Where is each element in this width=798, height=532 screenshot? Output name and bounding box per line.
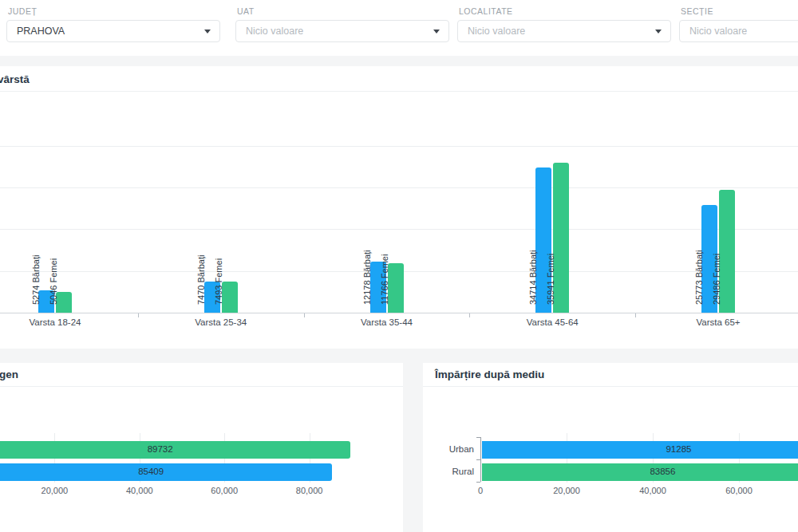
uat-placeholder: Nicio valoare	[246, 21, 303, 41]
dashboard: JUDEȚ PRAHOVA UAT Nicio valoare LOCALITA…	[0, 0, 798, 532]
chevron-down-icon	[204, 30, 211, 33]
sectie-placeholder: Nicio valoare	[689, 21, 747, 41]
localitate-placeholder: Nicio valoare	[468, 21, 525, 41]
bar-value-label: 5274 Bărbați	[31, 233, 41, 305]
age-chart-title: vârstă	[0, 73, 30, 85]
filter-sectie-label: SECȚIE	[679, 6, 798, 16]
x-axis-category-label: Varsta 35-44	[327, 317, 447, 327]
x-axis-line	[0, 313, 798, 313]
judet-select[interactable]: PRAHOVA	[6, 20, 220, 42]
bar-value-label: 12178 Bărbați	[362, 233, 373, 305]
bar-value-label: 34714 Bărbați	[528, 233, 539, 305]
uat-select[interactable]: Nicio valoare	[235, 20, 449, 42]
y-axis-tick	[476, 437, 480, 438]
bar-value-label: 83856	[630, 467, 694, 476]
bar-value-label: 7493 Femei	[214, 233, 224, 305]
filter-bar: JUDEȚ PRAHOVA UAT Nicio valoare LOCALITA…	[0, 0, 798, 56]
judet-selected-value: PRAHOVA	[17, 21, 65, 41]
bar-urban	[482, 441, 798, 459]
x-axis-tick-label: 20,000	[535, 486, 598, 495]
bar-value-label: 11766 Femei	[380, 233, 390, 305]
mediu-chart-card: Împărțire după mediu 020,00040,00060,000…	[423, 363, 798, 532]
x-axis-category-label: Varsta 65+	[658, 317, 778, 327]
bar-value-label: 89732	[128, 444, 192, 454]
filter-localitate: LOCALITATE Nicio valoare	[457, 6, 671, 42]
x-axis-tick	[469, 313, 470, 317]
x-axis-tick-label: 40,000	[621, 486, 685, 495]
y-axis-line	[480, 437, 481, 482]
filter-sectie: SECȚIE Nicio valoare	[679, 6, 798, 42]
gender-chart-card: gen 20,00040,00060,00080,0008973285409	[0, 363, 403, 532]
x-axis-tick-label: 20,000	[22, 486, 86, 495]
chevron-down-icon	[433, 30, 440, 33]
gridline	[0, 146, 798, 147]
y-axis-category-label: Rural	[428, 467, 474, 476]
gridline	[0, 229, 798, 230]
y-axis-tick	[476, 459, 480, 460]
x-axis-tick	[138, 313, 139, 317]
y-axis-category-label: Urban	[428, 444, 474, 454]
gridline	[0, 187, 798, 188]
age-chart-card: vârstă Varsta 18-245274 Bărbați5046 Feme…	[0, 66, 798, 349]
filter-uat-label: UAT	[235, 6, 449, 16]
x-axis-tick-label: 60,000	[192, 486, 256, 495]
bar-value-label: 5046 Femei	[49, 233, 59, 305]
card-header-divider	[0, 386, 403, 387]
card-header-divider	[0, 91, 798, 92]
x-axis-tick-label: 80,000	[278, 486, 342, 495]
x-axis-category-label: Varsta 45-64	[492, 317, 612, 327]
chevron-down-icon	[655, 30, 662, 33]
filter-judet-label: JUDEȚ	[6, 6, 220, 16]
x-axis-category-label: Varsta 18-24	[0, 317, 115, 327]
bar-value-label: 85409	[119, 467, 183, 476]
gender-chart-title: gen	[0, 368, 18, 380]
x-axis-tick-label: 0	[448, 486, 512, 495]
x-axis-tick	[304, 313, 305, 317]
x-axis-tick-label: 60,000	[707, 486, 771, 495]
bar-value-label: 25773 Bărbați	[694, 233, 705, 305]
x-axis-tick	[635, 313, 636, 317]
filter-judet: JUDEȚ PRAHOVA	[6, 6, 220, 42]
card-header-divider	[423, 386, 798, 387]
y-axis-tick	[476, 482, 480, 483]
bar-value-label: 35941 Femei	[546, 233, 556, 305]
filter-localitate-label: LOCALITATE	[457, 6, 671, 16]
sectie-select[interactable]: Nicio valoare	[679, 20, 798, 42]
localitate-select[interactable]: Nicio valoare	[457, 20, 671, 42]
x-axis-category-label: Varsta 25-34	[161, 317, 281, 327]
mediu-chart-title: Împărțire după mediu	[435, 368, 544, 380]
bar-value-label: 91285	[646, 444, 710, 454]
x-axis-tick-label: 40,000	[108, 486, 172, 495]
bar-value-label: 29486 Femei	[712, 233, 722, 305]
filter-uat: UAT Nicio valoare	[235, 6, 449, 42]
bar-value-label: 7470 Bărbați	[196, 233, 207, 305]
